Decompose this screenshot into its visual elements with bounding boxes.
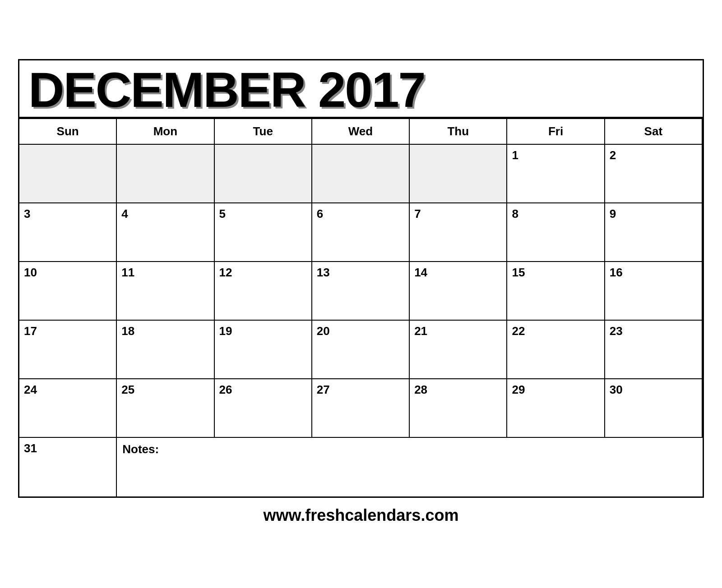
day-cell-30: 30 (605, 379, 703, 438)
day-header-sun: Sun (19, 119, 117, 145)
day-header-fri: Fri (507, 119, 605, 145)
day-cell-27: 27 (312, 379, 410, 438)
day-cell-4: 4 (117, 203, 214, 262)
day-cell-7: 7 (410, 203, 507, 262)
day-cell-20: 20 (312, 321, 410, 379)
day-cell-13: 13 (312, 262, 410, 321)
day-header-mon: Mon (117, 119, 214, 145)
day-cell-8: 8 (507, 203, 605, 262)
day-cell-9: 9 (605, 203, 703, 262)
calendar-title: DECEMBER 2017 (28, 65, 694, 115)
day-cell-11: 11 (117, 262, 214, 321)
day-cell-14: 14 (410, 262, 507, 321)
day-cell-26: 26 (215, 379, 312, 438)
day-cell-16: 16 (605, 262, 703, 321)
day-cell-5: 5 (215, 203, 312, 262)
day-cell-21: 21 (410, 321, 507, 379)
notes-cell: Notes: (117, 438, 703, 496)
calendar-header: DECEMBER 2017 (19, 60, 703, 118)
calendar-container: DECEMBER 2017 Sun Mon Tue Wed Thu Fri Sa… (18, 59, 704, 498)
day-cell-12: 12 (215, 262, 312, 321)
day-cell-15: 15 (507, 262, 605, 321)
day-cell-w1-mon (117, 145, 214, 203)
day-cell-17: 17 (19, 321, 117, 379)
day-cell-w1-wed (312, 145, 410, 203)
day-header-sat: Sat (605, 119, 703, 145)
day-header-wed: Wed (312, 119, 410, 145)
day-cell-24: 24 (19, 379, 117, 438)
day-cell-25: 25 (117, 379, 214, 438)
day-header-thu: Thu (410, 119, 507, 145)
day-cell-2: 2 (605, 145, 703, 203)
day-cell-23: 23 (605, 321, 703, 379)
day-header-tue: Tue (215, 119, 312, 145)
day-cell-18: 18 (117, 321, 214, 379)
calendar-wrapper: DECEMBER 2017 Sun Mon Tue Wed Thu Fri Sa… (18, 59, 704, 529)
day-cell-29: 29 (507, 379, 605, 438)
day-cell-w1-tue (215, 145, 312, 203)
calendar-grid: Sun Mon Tue Wed Thu Fri Sat 1 2 3 4 5 6 … (19, 118, 703, 496)
day-cell-10: 10 (19, 262, 117, 321)
day-cell-19: 19 (215, 321, 312, 379)
day-cell-31: 31 (19, 438, 117, 496)
day-cell-28: 28 (410, 379, 507, 438)
day-cell-6: 6 (312, 203, 410, 262)
day-cell-w1-sun (19, 145, 117, 203)
website-footer: www.freshcalendars.com (18, 498, 704, 529)
day-cell-22: 22 (507, 321, 605, 379)
day-cell-w1-thu (410, 145, 507, 203)
day-cell-1: 1 (507, 145, 605, 203)
day-cell-3: 3 (19, 203, 117, 262)
